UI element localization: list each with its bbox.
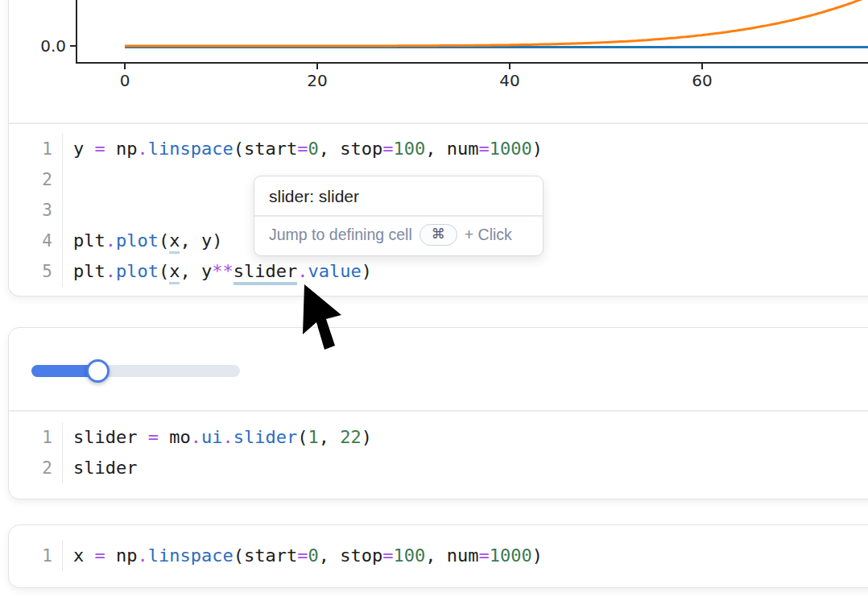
code-editor[interactable]: 1slider = mo.ui.slider(1, 22)2slider [9,412,868,499]
code-token: y [201,230,212,251]
code-token: mo [159,427,191,447]
slider-track[interactable] [31,365,240,377]
code-line: 5plt.plot(x, y**slider.value) [9,256,868,287]
code-token: y [73,139,95,159]
code-token: ) [362,427,372,447]
code-token: = [382,139,393,159]
code-token: ( [159,230,169,251]
code-token: , [319,427,341,447]
code-token: ) [362,261,372,281]
svg-text:0.0: 0.0 [40,36,66,56]
slider-thumb[interactable] [86,359,110,383]
line-number: 3 [9,195,62,226]
code-text[interactable]: x = np.linspace(start=0, stop=100, num=1… [62,541,543,571]
code-token: slider [73,458,137,478]
cell-x-definition: 1x = np.linspace(start=0, stop=100, num=… [8,524,868,588]
code-editor[interactable]: 1x = np.linspace(start=0, stop=100, num=… [9,525,868,587]
code-token: . [105,261,116,281]
code-token: ) [532,545,543,566]
code-line: 1y = np.linspace(start=0, stop=100, num=… [9,134,868,164]
code-token: , [425,545,447,566]
code-token: plot [116,261,159,281]
code-token: ) [212,230,222,251]
code-token: plt [73,230,105,251]
code-token: np [105,545,138,566]
svg-text:60: 60 [692,71,712,90]
code-token: ) [532,139,543,159]
code-token: y [201,261,212,281]
tooltip-click-label: + Click [465,226,512,244]
line-number: 2 [9,453,62,483]
code-token: 0 [308,139,318,159]
code-token: num [447,139,479,159]
line-number: 2 [9,164,62,195]
code-token: 1000 [490,545,532,566]
code-token: = [297,545,308,566]
code-token: value [308,261,361,281]
code-text[interactable]: plt.plot(x, y) [62,226,222,256]
code-token: . [297,261,308,281]
code-text[interactable]: slider [62,453,137,483]
code-token: ** [212,261,234,281]
code-token: slider [234,427,297,447]
code-token: . [191,427,201,447]
svg-text:40: 40 [499,71,519,90]
code-line: 1x = np.linspace(start=0, stop=100, num=… [9,541,868,571]
code-token: start [244,139,297,159]
code-token: plot [116,230,159,251]
line-number: 4 [9,226,62,256]
hover-tooltip: slider: slider Jump to defining cell ⌘ +… [254,176,544,256]
code-token: = [95,139,105,159]
code-token: , [180,261,201,281]
code-text[interactable]: y = np.linspace(start=0, stop=100, num=1… [62,134,543,164]
cell-slider: 1slider = mo.ui.slider(1, 22)2slider [8,327,868,499]
code-line: 1slider = mo.ui.slider(1, 22) [9,422,868,453]
line-number: 5 [9,256,62,287]
reactive-variable[interactable]: slider [234,261,297,285]
code-token: = [95,545,105,566]
code-token: , [319,139,341,159]
code-token: plt [73,261,105,281]
code-token: stop [340,139,382,159]
tooltip-action-label: Jump to defining cell [269,226,412,244]
svg-text:20: 20 [307,71,327,90]
code-token: , [319,545,341,566]
reactive-variable[interactable]: x [169,261,180,284]
code-token: , [425,139,447,159]
code-token: np [105,139,138,159]
code-token: ( [234,139,244,159]
line-number: 1 [9,541,62,571]
code-token: linspace [148,139,234,159]
code-token: ( [297,427,308,447]
mouse-cursor-icon [300,282,345,356]
code-token: ( [159,261,169,281]
line-number: 1 [9,422,62,453]
code-token: 22 [340,427,362,447]
code-token: ui [201,427,223,447]
code-token: linspace [148,545,234,566]
plot-svg: 02040600.0 [0,0,868,122]
code-token: stop [340,545,382,566]
code-line: 2slider [9,453,868,483]
line-number: 1 [9,134,62,164]
code-token: slider [73,427,148,447]
reactive-variable[interactable]: x [169,230,180,254]
code-token: . [138,139,148,159]
marimo-notebook: { "chart_data": { "type": "line", "title… [0,0,868,601]
code-token: 1 [308,427,318,447]
code-token: start [244,545,297,566]
code-token: 0 [308,545,318,566]
tooltip-title: slider: slider [254,176,543,215]
command-key-icon: ⌘ [420,224,457,246]
code-text[interactable] [62,195,73,226]
code-token: . [105,230,116,251]
code-token: . [138,545,148,566]
code-token: ( [234,545,244,566]
code-token: . [222,427,233,447]
code-text[interactable]: slider = mo.ui.slider(1, 22) [62,422,372,453]
code-token: 100 [393,139,425,159]
code-text[interactable] [62,164,73,195]
code-token: x [73,545,95,566]
code-token: = [297,139,308,159]
code-token: = [478,139,489,159]
